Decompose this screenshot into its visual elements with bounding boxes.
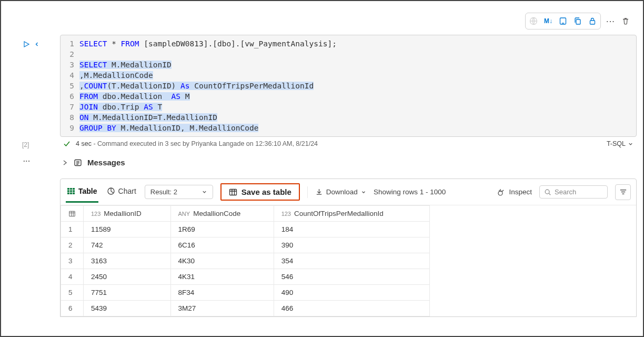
column-header[interactable]: 123MedallionID — [84, 206, 171, 222]
messages-section[interactable]: Messages — [61, 158, 637, 167]
filter-icon[interactable] — [615, 184, 631, 200]
cell-margin: [2] ··· — [22, 35, 60, 317]
tab-chart[interactable]: Chart — [106, 186, 137, 199]
svg-rect-11 — [70, 188, 72, 190]
trash-icon[interactable] — [619, 14, 632, 28]
globe-icon[interactable] — [527, 14, 540, 28]
table-row[interactable]: 577518F34490 — [61, 285, 430, 301]
cell-more-icon[interactable]: ··· — [22, 157, 31, 165]
run-options-chevron[interactable] — [33, 41, 41, 47]
svg-rect-12 — [73, 188, 75, 190]
svg-rect-14 — [70, 190, 72, 192]
results-toolbar: Table Chart Result: 2 — [61, 179, 636, 205]
svg-rect-33 — [69, 211, 75, 216]
execution-status: 4 sec - Command executed in 3 sec by Pri… — [60, 137, 637, 151]
svg-rect-20 — [229, 189, 236, 195]
status-duration: 4 sec — [76, 140, 92, 147]
exec-count: [2] — [22, 141, 29, 148]
rownum-header-icon[interactable] — [61, 206, 84, 222]
svg-line-27 — [502, 190, 504, 192]
results-panel: Table Chart Result: 2 — [60, 179, 637, 317]
download-button[interactable]: Download — [315, 188, 366, 196]
copy-icon[interactable] — [571, 14, 585, 28]
results-grid-wrap: 123MedallionIDANYMedallionCode123CountOf… — [61, 205, 430, 316]
messages-list-icon — [74, 158, 82, 167]
markdown-icon[interactable]: M↓ — [541, 14, 555, 28]
table-row[interactable]: 654393M27466 — [61, 301, 430, 316]
language-selector[interactable]: T-SQL — [607, 140, 633, 147]
check-icon — [63, 140, 71, 147]
app-frame: M↓ ··· — [0, 0, 644, 337]
search-input[interactable]: Search — [539, 185, 608, 199]
chevron-right-icon — [61, 159, 68, 166]
more-icon[interactable]: ··· — [604, 14, 618, 28]
table-grid-icon — [67, 187, 75, 195]
run-cell-button[interactable] — [22, 40, 31, 48]
svg-marker-5 — [24, 42, 29, 47]
table-icon — [229, 188, 237, 196]
cell-toolbar-group: M↓ — [525, 13, 601, 29]
sql-editor[interactable]: 123456789 SELECT * FROM [sampleDW0813].[… — [60, 35, 637, 137]
svg-point-26 — [498, 191, 502, 195]
svg-rect-3 — [576, 19, 580, 24]
search-placeholder: Search — [555, 188, 576, 196]
table-row[interactable]: 331634K30354 — [61, 253, 430, 269]
save-as-table-button[interactable]: Save as table — [220, 183, 300, 201]
svg-rect-10 — [67, 188, 69, 190]
svg-rect-16 — [67, 192, 69, 194]
svg-rect-15 — [73, 190, 75, 192]
cell-gutter — [7, 35, 22, 317]
results-table[interactable]: 123MedallionIDANYMedallionCode123CountOf… — [61, 205, 430, 316]
table-row[interactable]: 27426C16390 — [61, 237, 430, 253]
status-text: - Command executed in 3 sec by Priyanka … — [93, 140, 318, 147]
result-select[interactable]: Result: 2 — [145, 185, 213, 199]
svg-point-28 — [545, 190, 549, 194]
table-row[interactable]: 424504K31546 — [61, 269, 430, 285]
code-cell: [2] ··· 123456789 SELECT * FROM [sampleD… — [7, 35, 637, 317]
inspect-button[interactable]: Inspect — [497, 188, 532, 196]
tab-table[interactable]: Table — [66, 186, 98, 199]
rows-info: Showing rows 1 - 1000 — [374, 188, 446, 196]
lock-icon[interactable] — [586, 14, 599, 28]
tablet-icon[interactable] — [556, 14, 570, 28]
column-header[interactable]: 123CountOfTripsPerMedallionId — [274, 206, 429, 222]
svg-rect-4 — [590, 21, 595, 24]
messages-label: Messages — [87, 158, 125, 167]
svg-line-29 — [549, 193, 550, 195]
svg-rect-13 — [67, 190, 69, 192]
svg-rect-18 — [73, 192, 75, 194]
column-header[interactable]: ANYMedallionCode — [170, 206, 274, 222]
pie-chart-icon — [107, 187, 115, 195]
table-row[interactable]: 1115891R69184 — [61, 222, 430, 237]
cell-toolbar: M↓ ··· — [525, 13, 632, 29]
svg-rect-17 — [70, 192, 72, 194]
